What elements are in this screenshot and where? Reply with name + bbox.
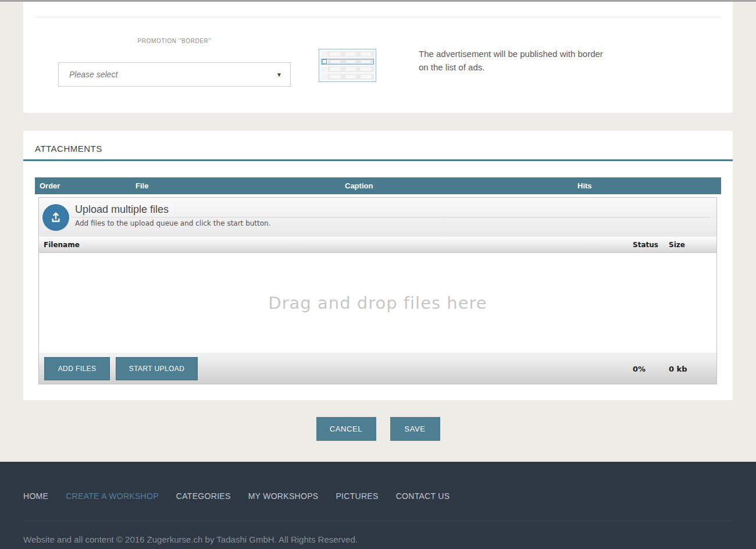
footer-nav-pictures[interactable]: PICTURES (336, 491, 378, 501)
attachments-accent-rule (23, 159, 733, 161)
cancel-button[interactable]: CANCEL (316, 417, 376, 441)
upload-progress-percent: 0% (633, 365, 669, 373)
column-header-caption: Caption (345, 181, 577, 190)
save-button[interactable]: SAVE (390, 417, 440, 441)
queue-header-size: Size (669, 241, 716, 249)
uploader-toolbar: ADD FILES START UPLOAD 0% 0 kb (39, 353, 716, 384)
queue-header-filename: Filename (44, 241, 633, 249)
start-upload-button[interactable]: START UPLOAD (116, 357, 198, 380)
upload-icon (42, 204, 69, 231)
upload-queue-header: Filename Status Size (39, 237, 716, 253)
upload-total-size: 0 kb (669, 365, 716, 373)
border-preview-image (319, 49, 376, 82)
promotion-border-description: The advertisement will be published with… (419, 47, 608, 74)
column-header-hits: Hits (577, 181, 716, 190)
promotion-border-select-value: Please select (59, 70, 276, 79)
uploader-header: Upload multiple files Add files to the u… (39, 198, 716, 237)
footer-copyright: Website and all content © 2016 Zugerkurs… (0, 521, 756, 544)
add-files-button[interactable]: ADD FILES (44, 357, 110, 380)
footer-nav-create-a-workshop[interactable]: CREATE A WORKSHOP (66, 491, 159, 501)
queue-header-status: Status (633, 241, 669, 249)
border-preview-selected-row (321, 59, 374, 65)
footer-nav-home[interactable]: HOME (23, 491, 48, 501)
file-dropzone[interactable]: Drag and drop files here (39, 253, 716, 353)
dropzone-hint-text: Drag and drop files here (268, 293, 487, 313)
form-actions: CANCEL SAVE (0, 417, 756, 441)
column-header-file: File (135, 181, 345, 190)
section-divider (35, 17, 721, 17)
file-uploader-widget: Upload multiple files Add files to the u… (38, 197, 717, 384)
promotion-border-select[interactable]: Please select ▼ (58, 62, 291, 87)
uploader-subtitle: Add files to the upload queue and click … (75, 219, 271, 227)
attachments-table-header: Order File Caption Hits (35, 177, 721, 194)
footer-nav-contact-us[interactable]: CONTACT US (396, 491, 450, 501)
footer-nav-my-workshops[interactable]: MY WORKSHOPS (248, 491, 319, 501)
promotion-border-label: PROMOTION ''BORDER'' (58, 38, 291, 44)
footer-nav: HOME CREATE A WORKSHOP CATEGORIES MY WOR… (0, 462, 756, 501)
uploader-title: Upload multiple files (75, 204, 173, 216)
attachments-title: ATTACHMENTS (35, 131, 721, 154)
column-header-order: Order (40, 181, 135, 190)
promotion-border-section: PROMOTION ''BORDER'' Please select ▼ The… (23, 2, 733, 113)
footer: HOME CREATE A WORKSHOP CATEGORIES MY WOR… (0, 462, 756, 549)
footer-nav-categories[interactable]: CATEGORIES (176, 491, 231, 501)
attachments-section: ATTACHMENTS Order File Caption Hits Uplo… (23, 131, 733, 400)
chevron-down-icon: ▼ (276, 72, 290, 78)
